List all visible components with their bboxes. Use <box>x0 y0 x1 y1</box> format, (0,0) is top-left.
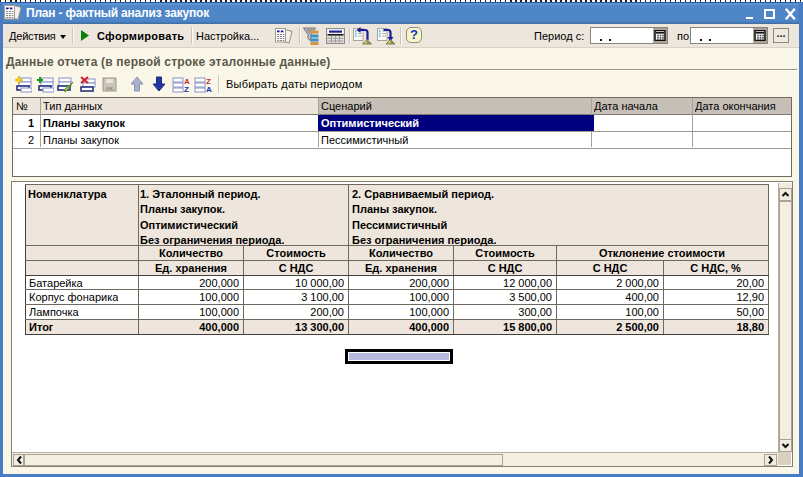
svg-text:Z: Z <box>184 85 189 93</box>
svg-text:A: A <box>206 85 212 93</box>
svg-text:ок: ок <box>106 85 113 91</box>
